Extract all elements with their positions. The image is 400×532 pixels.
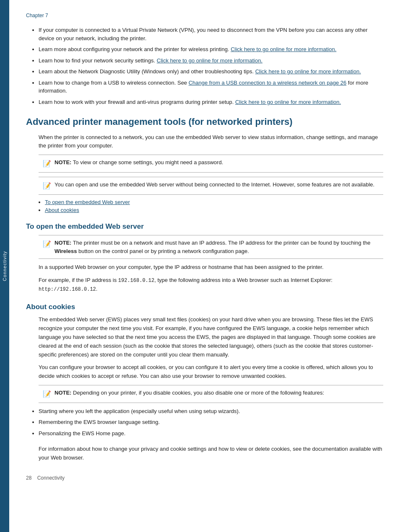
bullet-text: If your computer is connected to a Virtu… [39,27,367,41]
note-internet: 📝 You can open and use the embedded Web … [39,177,383,195]
note-icon-3: 📝 [43,239,51,249]
note-label: NOTE: [55,159,71,165]
cookies-para2: You can configure your browser to accept… [39,363,383,381]
ews-ip1: 192.168.0.12 [118,278,154,284]
open-ews-heading: To open the embedded Web server [26,222,383,231]
list-item: Remembering the EWS browser language set… [39,418,383,426]
main-heading: Advanced printer management tools (for n… [26,116,383,128]
note-icon: 📝 [43,159,51,169]
note-ews-text1: The printer must be on a network and mus… [73,240,371,246]
note-icon-4: 📝 [43,389,51,399]
link-security-settings[interactable]: Click here to go online for more informa… [157,57,262,64]
note-icon-2: 📝 [43,181,51,191]
ews-ip2: http://192.168.0.12 [39,287,96,292]
chapter-label: Chapter 7 [26,13,383,18]
footer-page: 28 [26,475,31,481]
note-cookies-label: NOTE: [55,390,71,396]
section-links-list: To open the embedded Web server About co… [45,199,383,213]
list-item: If your computer is connected to a Virtu… [39,26,383,42]
ews-para2-mid: , type the following address into a Web … [154,277,332,283]
note-ews-bold: Wireless [55,248,77,254]
link-diagnostic-utility[interactable]: Click here to go online for more informa… [255,68,361,75]
ews-para2-before: For example, if the IP address is [39,277,118,283]
note-cookies: 📝 NOTE: Depending on your printer, if yo… [39,385,383,403]
bullet-text: Learn more about configuring your networ… [39,46,231,52]
link-about-cookies[interactable]: About cookies [45,207,79,213]
intro-paragraph: When the printer is connected to a netwo… [39,133,383,151]
bullet-text: Remembering the EWS browser language set… [39,419,160,425]
ews-para1: In a supported Web browser on your compu… [39,263,383,272]
link-open-ews[interactable]: To open the embedded Web server [45,199,130,205]
note-cookies-text: Depending on your printer, if you disabl… [73,390,324,396]
ews-para2-end: . [96,286,98,292]
cookies-para3: For information about how to change your… [39,445,383,462]
note-ews: 📝 NOTE: The printer must be on a network… [39,235,383,259]
list-item: Learn how to work with your firewall and… [39,98,383,106]
list-item: Starting where you left the application … [39,407,383,416]
side-tab: Connectivity [0,0,9,532]
list-item: To open the embedded Web server [45,199,383,205]
note-ews-text2: button on the control panel or by printi… [77,248,249,254]
footer-label: Connectivity [37,475,65,481]
list-item: Learn how to find your network security … [39,57,383,65]
footer: 28 Connectivity [26,475,383,481]
about-cookies-heading: About cookies [26,303,383,311]
link-usb-wireless[interactable]: Change from a USB connection to a wirele… [189,80,347,86]
note-password: 📝 NOTE: To view or change some settings,… [39,155,383,173]
list-item: Learn more about configuring your networ… [39,45,383,54]
list-item: Learn about the Network Diagnostic Utili… [39,67,383,76]
link-firewall[interactable]: Click here to go online for more informa… [235,99,341,105]
bullet-text: Learn about the Network Diagnostic Utili… [39,68,255,75]
bullet-text: Learn how to find your network security … [39,57,157,64]
note-internet-text: You can open and use the embedded Web se… [55,181,374,188]
list-item: Learn how to change from a USB to wirele… [39,79,383,95]
note-text: To view or change some settings, you mig… [73,159,223,165]
side-tab-text: Connectivity [2,251,7,281]
intro-bullet-list: If your computer is connected to a Virtu… [39,26,383,106]
note-ews-label: NOTE: [55,240,71,246]
list-item: Personalizing the EWS Home page. [39,429,383,438]
bullet-text: Learn how to work with your firewall and… [39,99,235,105]
bullet-text: Starting where you left the application … [39,408,240,414]
link-wireless-printing[interactable]: Click here to go online for more informa… [231,46,336,52]
list-item: About cookies [45,207,383,213]
cookies-bullet-list: Starting where you left the application … [39,407,383,438]
bullet-text: Personalizing the EWS Home page. [39,430,125,436]
bullet-text: Learn how to change from a USB to wirele… [39,80,189,86]
cookies-para1: The embedded Web server (EWS) places ver… [39,315,383,359]
ews-para2: For example, if the IP address is 192.16… [39,276,383,294]
